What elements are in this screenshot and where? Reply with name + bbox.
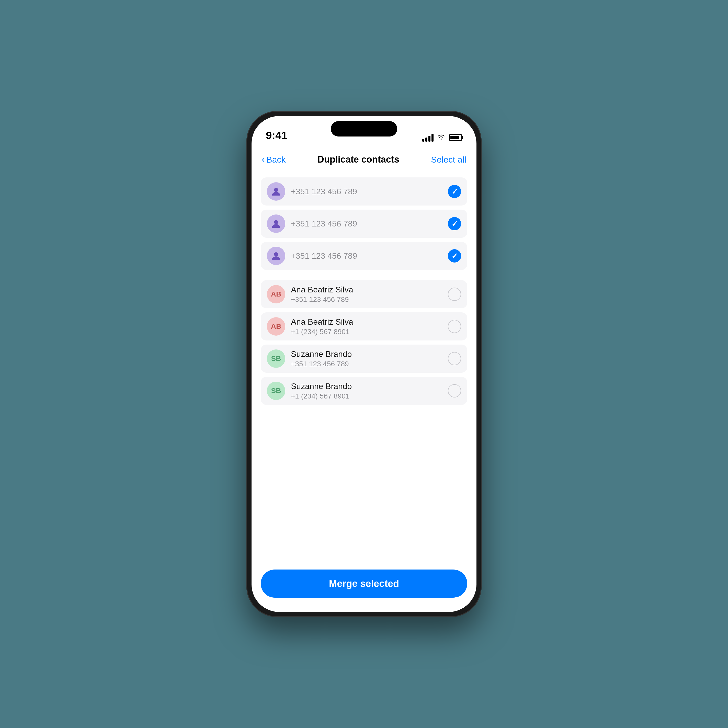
contact-phone-c6: +351 123 456 789: [291, 360, 442, 368]
contact-info-c5: Ana Beatriz Silva +1 (234) 567 8901: [291, 317, 442, 336]
avatar-c4: AB: [267, 285, 285, 303]
merge-selected-button[interactable]: Merge selected: [261, 569, 467, 598]
phone-frame: 9:41: [246, 111, 482, 617]
battery-icon: [449, 134, 462, 141]
contact-row-c5[interactable]: AB Ana Beatriz Silva +1 (234) 567 8901: [261, 312, 467, 341]
contact-phone-c5: +1 (234) 567 8901: [291, 328, 442, 336]
group-spacer-1: [261, 274, 467, 280]
checkmark-icon-c1: ✓: [451, 187, 458, 196]
avatar-c7: SB: [267, 382, 285, 400]
avatar-c2: [267, 214, 285, 233]
avatar-c5: AB: [267, 317, 285, 336]
initials-c6: SB: [271, 355, 281, 363]
checkmark-icon-c3: ✓: [451, 252, 458, 260]
svg-point-2: [274, 252, 278, 256]
contact-info-c1: +351 123 456 789: [291, 187, 442, 196]
contact-info-c4: Ana Beatriz Silva +351 123 456 789: [291, 285, 442, 304]
svg-point-0: [274, 188, 278, 192]
avatar-c3: [267, 247, 285, 265]
select-all-button[interactable]: Select all: [431, 154, 466, 165]
contact-row-c2[interactable]: +351 123 456 789 ✓: [261, 210, 467, 238]
dynamic-island: [331, 121, 397, 136]
wifi-icon: [437, 133, 445, 142]
contact-phone-c2: +351 123 456 789: [291, 219, 357, 228]
contact-row-c3[interactable]: +351 123 456 789 ✓: [261, 242, 467, 270]
status-icons: [422, 133, 462, 142]
contact-info-c7: Suzanne Brando +1 (234) 567 8901: [291, 382, 442, 400]
checkbox-c6[interactable]: [448, 352, 461, 365]
initials-c7: SB: [271, 387, 281, 395]
person-icon-c2: [271, 218, 282, 229]
contact-info-c3: +351 123 456 789: [291, 251, 442, 261]
svg-point-1: [274, 220, 278, 224]
contact-phone-c3: +351 123 456 789: [291, 251, 357, 260]
checkbox-c7[interactable]: [448, 384, 461, 398]
nav-bar: ‹ Back Duplicate contacts Select all: [252, 147, 476, 172]
bottom-area: Merge selected: [252, 563, 476, 612]
initials-c5: AB: [271, 322, 281, 330]
contact-name-c4: Ana Beatriz Silva: [291, 285, 442, 294]
checkbox-c3[interactable]: ✓: [448, 249, 461, 263]
contact-row-c6[interactable]: SB Suzanne Brando +351 123 456 789: [261, 344, 467, 373]
signal-icon: [422, 133, 434, 142]
status-time: 9:41: [266, 129, 287, 142]
contact-name-c5: Ana Beatriz Silva: [291, 317, 442, 327]
contact-row-c1[interactable]: +351 123 456 789 ✓: [261, 177, 467, 205]
back-label: Back: [266, 154, 286, 165]
contact-phone-c7: +1 (234) 567 8901: [291, 392, 442, 400]
contact-row-c4[interactable]: AB Ana Beatriz Silva +351 123 456 789: [261, 280, 467, 308]
back-button[interactable]: ‹ Back: [262, 154, 286, 165]
checkmark-icon-c2: ✓: [451, 219, 458, 228]
contact-phone-c4: +351 123 456 789: [291, 295, 442, 304]
contacts-list: +351 123 456 789 ✓ +351 123 456 789: [252, 172, 476, 563]
initials-c4: AB: [271, 290, 281, 298]
person-icon-c3: [271, 250, 282, 262]
avatar-c1: [267, 182, 285, 201]
phone-screen: 9:41: [252, 116, 476, 612]
checkbox-c5[interactable]: [448, 320, 461, 333]
status-bar: 9:41: [252, 116, 476, 147]
person-icon-c1: [271, 186, 282, 197]
contact-row-c7[interactable]: SB Suzanne Brando +1 (234) 567 8901: [261, 377, 467, 405]
checkbox-c4[interactable]: [448, 288, 461, 301]
checkbox-c2[interactable]: ✓: [448, 217, 461, 230]
chevron-left-icon: ‹: [262, 154, 265, 165]
avatar-c6: SB: [267, 349, 285, 368]
contact-phone-c1: +351 123 456 789: [291, 187, 357, 196]
page-title: Duplicate contacts: [318, 154, 399, 165]
contact-info-c6: Suzanne Brando +351 123 456 789: [291, 349, 442, 368]
contact-info-c2: +351 123 456 789: [291, 219, 442, 228]
checkbox-c1[interactable]: ✓: [448, 185, 461, 198]
contact-name-c6: Suzanne Brando: [291, 349, 442, 359]
contact-name-c7: Suzanne Brando: [291, 382, 442, 391]
